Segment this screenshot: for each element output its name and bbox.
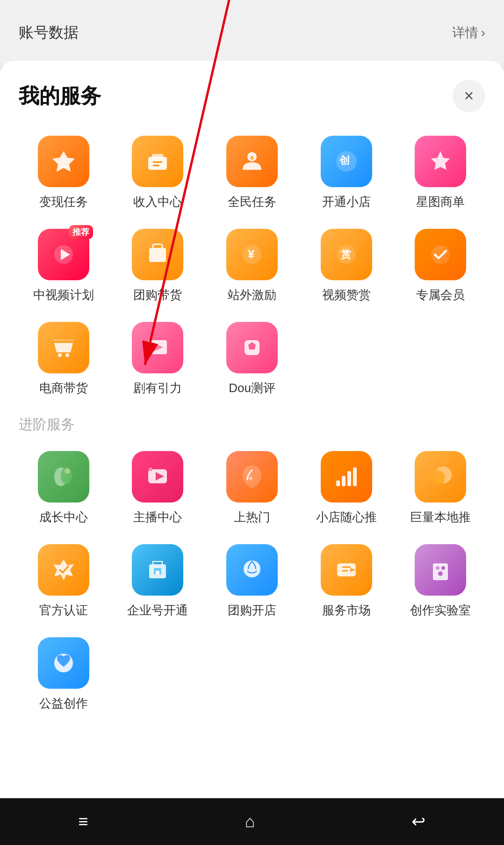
service-item-juyou[interactable]: 剧有引力 (113, 322, 203, 396)
service-icon-xiaodian (321, 451, 372, 503)
svg-text:+: + (248, 474, 253, 483)
nav-back-icon[interactable]: ↩ (411, 812, 425, 831)
service-label-shouru: 收入中心 (133, 194, 182, 210)
service-icon-bianhuan (38, 136, 89, 187)
service-label-juliang: 巨量本地推 (410, 509, 471, 525)
service-icon-zhanwai: ¥ (226, 229, 278, 280)
service-item-quanmin[interactable]: 全民任务 (207, 136, 297, 210)
service-item-guanfang[interactable]: 官方认证 (19, 544, 108, 619)
svg-rect-3 (152, 154, 163, 159)
service-item-zhanwai[interactable]: ¥站外激励 (207, 229, 297, 303)
service-item-juliang[interactable]: 巨量本地推 (396, 451, 485, 525)
modal-sheet: 我的服务 × 变现任务收入中心全民任务创开通小店星图商单 推荐中视频计划团购带货… (0, 61, 504, 798)
service-item-tuangou[interactable]: 团购带货 (113, 229, 203, 303)
service-item-shouru[interactable]: 收入中心 (113, 136, 203, 210)
svg-point-18 (58, 353, 62, 357)
nav-home-icon[interactable]: ⌂ (245, 812, 255, 831)
svg-point-43 (436, 566, 439, 570)
service-icon-dou (226, 322, 278, 373)
modal-title: 我的服务 (19, 82, 101, 110)
service-icon-tuangouks (226, 544, 278, 596)
service-icon-shipin: 赏 (321, 229, 372, 280)
service-icon-chuangzuo (415, 544, 466, 596)
svg-rect-2 (148, 157, 167, 170)
service-item-tuangouks[interactable]: 团购开店 (207, 544, 297, 619)
service-label-qiye: 企业号开通 (127, 602, 188, 619)
service-item-zhubo[interactable]: 主播中心 (113, 451, 203, 525)
service-icon-quanmin (226, 136, 278, 187)
svg-point-25 (65, 468, 70, 474)
service-label-tuangouks: 团购开店 (228, 602, 276, 619)
service-label-tuangou: 团购带货 (133, 287, 182, 303)
svg-point-44 (441, 566, 445, 570)
service-label-zhongshipin: 中视频计划 (33, 287, 94, 303)
service-label-xingtujhm: 星图商单 (416, 194, 465, 210)
service-icon-kaishi: 创 (321, 136, 372, 187)
service-icon-shouru (132, 136, 183, 187)
svg-marker-9 (431, 151, 450, 170)
service-icon-juliang (415, 451, 466, 503)
service-item-chuangzuo[interactable]: 创作实验室 (396, 544, 485, 619)
service-item-kaishi[interactable]: 创开通小店 (302, 136, 391, 210)
svg-rect-33 (353, 467, 357, 486)
background-top: 账号数据 详情 › (0, 0, 504, 66)
service-item-qiye[interactable]: 企业号开通 (113, 544, 203, 619)
service-grid-row4: 成长中心主播中心+上热门小店随心推巨量本地推 (19, 451, 485, 525)
service-icon-zhuanshu (415, 229, 466, 280)
service-label-fuwu: 服务市场 (322, 602, 371, 619)
service-label-kaishi: 开通小店 (322, 194, 371, 210)
nav-menu-icon[interactable]: ≡ (79, 812, 88, 831)
service-item-dou[interactable]: Dou测评 (207, 322, 297, 396)
service-label-dou: Dou测评 (229, 380, 275, 396)
service-item-zhuanshu[interactable]: 专属会员 (396, 229, 485, 303)
service-icon-zhubo (132, 451, 183, 503)
service-icon-qiye (132, 544, 183, 596)
service-icon-xingtujhm (415, 136, 466, 187)
service-item-shipin[interactable]: 赏视频赞赏 (302, 229, 391, 303)
service-grid-row3: 电商带货剧有引力Dou测评 (19, 322, 485, 396)
detail-link[interactable]: 详情 › (452, 24, 485, 42)
modal-header: 我的服务 × (19, 80, 485, 112)
svg-text:¥: ¥ (248, 247, 255, 261)
service-item-xingtujhm[interactable]: 星图商单 (396, 136, 485, 210)
service-label-shangremen: 上热门 (234, 509, 270, 525)
svg-point-28 (149, 467, 152, 471)
service-item-zhongshipin[interactable]: 推荐中视频计划 (19, 229, 108, 303)
service-item-xiaodian[interactable]: 小店随心推 (302, 451, 391, 525)
svg-point-45 (438, 571, 443, 576)
service-icon-zhongshipin: 推荐 (38, 229, 89, 280)
service-item-bianhuan[interactable]: 变现任务 (19, 136, 108, 210)
service-label-zhuanshu: 专属会员 (416, 287, 465, 303)
bottom-nav: ≡ ⌂ ↩ (0, 798, 504, 845)
svg-point-39 (244, 561, 260, 577)
service-label-shipin: 视频赞赏 (322, 287, 371, 303)
service-item-gongyi[interactable]: 公益创作 (19, 637, 108, 712)
service-label-quanmin: 全民任务 (228, 194, 276, 210)
service-icon-fuwu (321, 544, 372, 596)
service-label-guanfang: 官方认证 (39, 602, 88, 619)
service-label-bianhuan: 变现任务 (39, 194, 88, 210)
service-label-juyou: 剧有引力 (133, 380, 182, 396)
service-grid-row6: 公益创作 (19, 637, 485, 712)
svg-text:赏: 赏 (341, 248, 351, 260)
service-label-chuangzuo: 创作实验室 (410, 602, 471, 619)
svg-rect-31 (342, 476, 346, 486)
service-label-gongyi: 公益创作 (39, 695, 88, 712)
svg-rect-4 (153, 161, 162, 163)
service-icon-gongyi (38, 637, 89, 689)
svg-rect-30 (336, 481, 340, 486)
service-label-zhubo: 主播中心 (133, 509, 182, 525)
svg-rect-38 (156, 571, 159, 575)
service-grid-row2: 推荐中视频计划团购带货¥站外激励赏视频赞赏专属会员 (19, 229, 485, 303)
service-item-dianshang[interactable]: 电商带货 (19, 322, 108, 396)
service-label-xiaodian: 小店随心推 (316, 509, 377, 525)
account-data-label: 账号数据 (19, 22, 79, 43)
service-icon-juyou (132, 322, 183, 373)
service-item-shangremen[interactable]: +上热门 (207, 451, 297, 525)
advanced-section-label: 进阶服务 (19, 415, 485, 434)
svg-point-19 (65, 353, 69, 357)
service-item-fuwu[interactable]: 服务市场 (302, 544, 391, 619)
svg-rect-12 (149, 248, 166, 262)
service-item-chengzhang[interactable]: 成长中心 (19, 451, 108, 525)
close-button[interactable]: × (453, 80, 485, 112)
